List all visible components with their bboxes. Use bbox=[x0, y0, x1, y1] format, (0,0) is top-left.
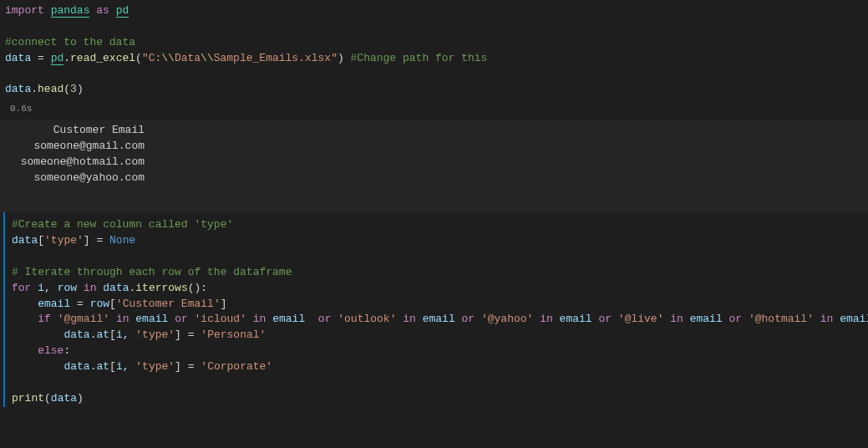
code-line-blank bbox=[12, 249, 863, 265]
output-header: Customer Email bbox=[0, 123, 145, 139]
module-pd: pd bbox=[51, 52, 64, 65]
fn-print: print bbox=[12, 392, 44, 405]
module-pandas: pandas bbox=[51, 4, 90, 18]
cell1-output: Customer Email someone@gmail.com someone… bbox=[0, 120, 868, 212]
code-line: else: bbox=[12, 344, 863, 359]
code-line: data = pd.read_excel("C:\\Data\\Sample_E… bbox=[5, 51, 863, 67]
string-literal: "C:\\Data\\Sample_Emails.xlsx" bbox=[142, 52, 338, 64]
comment: #connect to the data bbox=[5, 36, 135, 48]
module-pd: pd bbox=[116, 4, 129, 18]
fn-read-excel: read_excel bbox=[70, 52, 135, 64]
output-row: someone@yahoo.com bbox=[0, 171, 145, 186]
code-line: # Iterate through each row of the datafr… bbox=[12, 265, 863, 281]
output-row: someone@hotmail.com bbox=[0, 155, 145, 171]
comment: #Change path for this bbox=[351, 52, 488, 64]
var-data: data bbox=[5, 83, 31, 95]
keyword-import: import bbox=[5, 4, 44, 17]
code-line-blank bbox=[5, 66, 863, 82]
code-line: #Create a new column called 'type' bbox=[12, 217, 863, 233]
cell1-code-block[interactable]: import pandas as pd #connect to the data… bbox=[0, 0, 868, 99]
code-line: if '@gmail' in email or 'icloud' in emai… bbox=[12, 312, 863, 328]
cell2-code-block[interactable]: #Create a new column called 'type' data[… bbox=[3, 212, 868, 406]
code-line-blank bbox=[12, 375, 863, 391]
code-line: data.at[i, 'type'] = 'Personal' bbox=[12, 328, 863, 344]
execution-time: 0.6s bbox=[0, 99, 868, 120]
constant-none: None bbox=[109, 234, 135, 247]
comment: # Iterate through each row of the datafr… bbox=[12, 266, 292, 278]
comment: #Create a new column called 'type' bbox=[12, 218, 233, 231]
code-line: data['type'] = None bbox=[12, 233, 863, 249]
code-line: email = row['Customer Email'] bbox=[12, 297, 863, 313]
code-line: data.head(3) bbox=[5, 82, 863, 98]
fn-head: head bbox=[38, 83, 63, 95]
keyword-as: as bbox=[96, 4, 109, 17]
code-line: #connect to the data bbox=[5, 35, 863, 51]
output-row: someone@gmail.com bbox=[0, 139, 145, 155]
number-literal: 3 bbox=[70, 83, 77, 95]
code-line-blank bbox=[5, 19, 863, 35]
code-line: import pandas as pd bbox=[5, 3, 863, 19]
var-data: data bbox=[5, 52, 31, 64]
code-line: data.at[i, 'type'] = 'Corporate' bbox=[12, 359, 863, 375]
code-line: for i, row in data.iterrows(): bbox=[12, 281, 863, 297]
code-line: print(data) bbox=[12, 391, 863, 407]
